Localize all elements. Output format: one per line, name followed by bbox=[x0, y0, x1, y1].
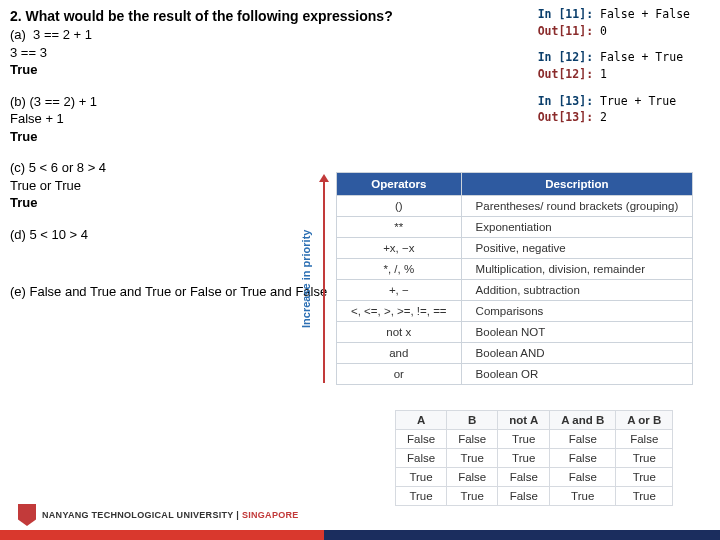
code-text: True + True bbox=[593, 94, 676, 108]
out-prompt: Out[13]: bbox=[538, 110, 593, 124]
table-row: TrueFalseFalseFalseTrue bbox=[396, 468, 673, 487]
truth-table: A B not A A and B A or B FalseFalseTrueF… bbox=[395, 410, 673, 506]
desc-cell: Positive, negative bbox=[461, 238, 693, 259]
cell: True bbox=[447, 449, 498, 468]
desc-cell: Exponentiation bbox=[461, 217, 693, 238]
th-a: A bbox=[396, 411, 447, 430]
cell: False bbox=[498, 468, 550, 487]
sg-text: SINGAPORE bbox=[242, 510, 299, 520]
code-text: False + True bbox=[593, 50, 683, 64]
cell: True bbox=[616, 487, 673, 506]
cell: True bbox=[447, 487, 498, 506]
table-row: <, <=, >, >=, !=, ==Comparisons bbox=[337, 301, 693, 322]
footer: NANYANG TECHNOLOGICAL UNIVERSITY | SINGA… bbox=[0, 504, 720, 540]
cell: False bbox=[550, 430, 616, 449]
op-cell: not x bbox=[337, 322, 462, 343]
in-prompt: In [12]: bbox=[538, 50, 593, 64]
cell: True bbox=[396, 487, 447, 506]
op-cell: or bbox=[337, 364, 462, 385]
table-row: +, −Addition, subtraction bbox=[337, 280, 693, 301]
cell: False bbox=[396, 430, 447, 449]
cell: True bbox=[498, 449, 550, 468]
desc-cell: Boolean OR bbox=[461, 364, 693, 385]
op-cell: () bbox=[337, 196, 462, 217]
op-header-operators: Operators bbox=[337, 173, 462, 196]
table-row: +x, −xPositive, negative bbox=[337, 238, 693, 259]
desc-cell: Comparisons bbox=[461, 301, 693, 322]
shield-icon bbox=[18, 504, 36, 526]
code-text: 1 bbox=[593, 67, 607, 81]
table-row: TrueTrueFalseTrueTrue bbox=[396, 487, 673, 506]
cell: True bbox=[498, 430, 550, 449]
cell: False bbox=[447, 468, 498, 487]
cell: False bbox=[447, 430, 498, 449]
desc-cell: Boolean NOT bbox=[461, 322, 693, 343]
th-or: A or B bbox=[616, 411, 673, 430]
cell: False bbox=[616, 430, 673, 449]
table-row: FalseFalseTrueFalseFalse bbox=[396, 430, 673, 449]
operator-table-wrap: Increase in priority Operators Descripti… bbox=[298, 172, 693, 385]
op-header-description: Description bbox=[461, 173, 693, 196]
uni-text: NANYANG TECHNOLOGICAL UNIVERSITY bbox=[42, 510, 233, 520]
truth-table-wrap: A B not A A and B A or B FalseFalseTrueF… bbox=[395, 410, 673, 506]
table-row: *, /, %Multiplication, division, remaind… bbox=[337, 259, 693, 280]
desc-cell: Addition, subtraction bbox=[461, 280, 693, 301]
table-row: andBoolean AND bbox=[337, 343, 693, 364]
operator-table: Operators Description ()Parentheses/ rou… bbox=[336, 172, 693, 385]
op-cell: *, /, % bbox=[337, 259, 462, 280]
op-cell: <, <=, >, >=, !=, == bbox=[337, 301, 462, 322]
cell: False bbox=[498, 487, 550, 506]
code-text: 2 bbox=[593, 110, 607, 124]
op-cell: ** bbox=[337, 217, 462, 238]
op-cell: and bbox=[337, 343, 462, 364]
footer-bar bbox=[0, 530, 720, 540]
university-logo: NANYANG TECHNOLOGICAL UNIVERSITY | SINGA… bbox=[18, 504, 299, 526]
table-row: FalseTrueTrueFalseTrue bbox=[396, 449, 673, 468]
in-prompt: In [11]: bbox=[538, 7, 593, 21]
cell: True bbox=[616, 449, 673, 468]
cell: True bbox=[616, 468, 673, 487]
in-prompt: In [13]: bbox=[538, 94, 593, 108]
op-cell: +x, −x bbox=[337, 238, 462, 259]
priority-label: Increase in priority bbox=[298, 172, 314, 385]
th-not: not A bbox=[498, 411, 550, 430]
cell: False bbox=[396, 449, 447, 468]
op-cell: +, − bbox=[337, 280, 462, 301]
cell: False bbox=[550, 468, 616, 487]
th-and: A and B bbox=[550, 411, 616, 430]
desc-cell: Boolean AND bbox=[461, 343, 693, 364]
cell: True bbox=[550, 487, 616, 506]
table-row: not xBoolean NOT bbox=[337, 322, 693, 343]
cell: True bbox=[396, 468, 447, 487]
table-row: **Exponentiation bbox=[337, 217, 693, 238]
university-name: NANYANG TECHNOLOGICAL UNIVERSITY | SINGA… bbox=[42, 510, 299, 520]
desc-cell: Multiplication, division, remainder bbox=[461, 259, 693, 280]
code-text: 0 bbox=[593, 24, 607, 38]
code-output: In [11]: False + False Out[11]: 0 In [12… bbox=[538, 6, 690, 136]
table-row: ()Parentheses/ round brackets (grouping) bbox=[337, 196, 693, 217]
cell: False bbox=[550, 449, 616, 468]
slide: 2. What would be the result of the follo… bbox=[0, 0, 720, 540]
desc-cell: Parentheses/ round brackets (grouping) bbox=[461, 196, 693, 217]
priority-arrow-icon bbox=[318, 172, 330, 385]
table-row: orBoolean OR bbox=[337, 364, 693, 385]
th-b: B bbox=[447, 411, 498, 430]
code-text: False + False bbox=[593, 7, 690, 21]
out-prompt: Out[11]: bbox=[538, 24, 593, 38]
out-prompt: Out[12]: bbox=[538, 67, 593, 81]
